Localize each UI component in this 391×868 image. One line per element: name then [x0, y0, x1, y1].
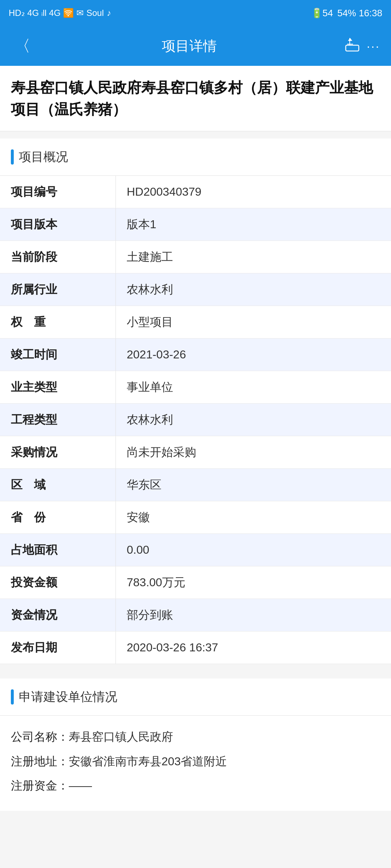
field-value-project-version: 版本1 [116, 208, 391, 241]
field-label-investment: 投资金额 [0, 566, 116, 599]
table-row: 资金情况 部分到账 [0, 599, 391, 631]
table-row: 占地面积 0.00 [0, 534, 391, 566]
status-bar: HD₂ 4G ᵢll 4G 🛜 ✉ Soul ♪ 🔋54 54% 16:38 [0, 0, 391, 26]
field-value-project-id: HD200340379 [116, 176, 391, 208]
company-name-row: 公司名称：寿县窑口镇人民政府 [11, 727, 380, 748]
field-value-industry: 农林水利 [116, 273, 391, 306]
apply-section-indicator [11, 689, 14, 705]
nav-bar: 〈 项目详情 ··· [0, 26, 391, 66]
field-label-current-stage: 当前阶段 [0, 241, 116, 273]
chevron-left-icon: 〈 [14, 37, 30, 55]
page-title: 项目详情 [34, 37, 345, 55]
field-value-owner-type: 事业单位 [116, 371, 391, 403]
section-indicator [11, 149, 14, 165]
field-label-province: 省 份 [0, 501, 116, 533]
apply-content: 公司名称：寿县窑口镇人民政府 注册地址：安徽省淮南市寿县203省道附近 注册资金… [0, 715, 391, 811]
overview-table: 项目编号 HD200340379 项目版本 版本1 当前阶段 土建施工 所属行业… [0, 175, 391, 664]
registered-address-label: 注册地址： [11, 755, 69, 768]
field-value-completion-time: 2021-03-26 [116, 339, 391, 371]
field-value-current-stage: 土建施工 [116, 241, 391, 273]
field-label-completion-time: 竣工时间 [0, 339, 116, 371]
table-row: 投资金额 783.00万元 [0, 566, 391, 599]
overview-section-header: 项目概况 [0, 139, 391, 175]
field-value-investment: 783.00万元 [116, 566, 391, 599]
field-label-industry: 所属行业 [0, 273, 116, 306]
nav-actions: ··· [345, 37, 380, 55]
table-row: 权 重 小型项目 [0, 306, 391, 339]
table-row: 项目版本 版本1 [0, 208, 391, 241]
time-display: 54% 16:38 [337, 8, 382, 19]
table-row: 发布日期 2020-03-26 16:37 [0, 631, 391, 664]
field-label-fund-status: 资金情况 [0, 599, 116, 631]
overview-section-title: 项目概况 [19, 149, 68, 165]
table-row: 区 域 华东区 [0, 469, 391, 501]
field-value-area: 0.00 [116, 534, 391, 566]
field-label-area: 占地面积 [0, 534, 116, 566]
field-label-owner-type: 业主类型 [0, 371, 116, 403]
svg-rect-2 [346, 45, 359, 51]
registered-capital-row: 注册资金：—— [11, 775, 380, 796]
field-label-project-type: 工程类型 [0, 404, 116, 436]
company-name-label: 公司名称： [11, 730, 69, 743]
registered-address-value: 安徽省淮南市寿县203省道附近 [69, 755, 227, 768]
table-row: 工程类型 农林水利 [0, 404, 391, 436]
company-name-value: 寿县窑口镇人民政府 [69, 730, 173, 743]
field-value-publish-date: 2020-03-26 16:37 [116, 631, 391, 664]
table-row: 竣工时间 2021-03-26 [0, 339, 391, 371]
field-label-project-version: 项目版本 [0, 208, 116, 241]
field-value-fund-status: 部分到账 [116, 599, 391, 631]
battery-icon: 🔋54 [311, 8, 333, 19]
field-value-procurement: 尚未开始采购 [116, 436, 391, 468]
table-row: 业主类型 事业单位 [0, 371, 391, 404]
registered-capital-label: 注册资金： [11, 779, 69, 792]
field-value-project-type: 农林水利 [116, 404, 391, 436]
table-row: 采购情况 尚未开始采购 [0, 436, 391, 469]
field-label-project-id: 项目编号 [0, 176, 116, 208]
status-bar-tiktok: ♪ [107, 8, 111, 18]
field-value-region: 华东区 [116, 469, 391, 501]
apply-section-header: 申请建设单位情况 [0, 671, 391, 715]
status-bar-left: HD₂ 4G ᵢll 4G 🛜 ✉ Soul ♪ [9, 8, 111, 18]
project-title-section: 寿县窑口镇人民政府寿县窑口镇多村（居）联建产业基地项目（温氏养猪） [0, 66, 391, 131]
field-label-procurement: 采购情况 [0, 436, 116, 468]
status-bar-indicators: HD₂ 4G ᵢll 4G 🛜 ✉ [9, 8, 84, 18]
more-button[interactable]: ··· [367, 39, 380, 53]
registered-capital-value: —— [69, 779, 92, 792]
table-row: 当前阶段 土建施工 [0, 241, 391, 273]
share-button[interactable] [345, 37, 360, 55]
status-bar-soul: Soul [87, 8, 104, 18]
project-title: 寿县窑口镇人民政府寿县窑口镇多村（居）联建产业基地项目（温氏养猪） [11, 77, 380, 120]
field-label-weight: 权 重 [0, 306, 116, 338]
table-row: 所属行业 农林水利 [0, 273, 391, 306]
apply-section: 申请建设单位情况 公司名称：寿县窑口镇人民政府 注册地址：安徽省淮南市寿县203… [0, 671, 391, 811]
field-label-publish-date: 发布日期 [0, 631, 116, 664]
apply-section-title: 申请建设单位情况 [19, 689, 117, 705]
field-value-weight: 小型项目 [116, 306, 391, 338]
table-row: 省 份 安徽 [0, 501, 391, 534]
back-button[interactable]: 〈 [11, 32, 34, 60]
registered-address-row: 注册地址：安徽省淮南市寿县203省道附近 [11, 751, 380, 772]
status-bar-right: 🔋54 54% 16:38 [311, 8, 382, 19]
field-value-province: 安徽 [116, 501, 391, 533]
table-row: 项目编号 HD200340379 [0, 176, 391, 208]
field-label-region: 区 域 [0, 469, 116, 501]
main-content: 寿县窑口镇人民政府寿县窑口镇多村（居）联建产业基地项目（温氏养猪） 项目概况 项… [0, 66, 391, 868]
